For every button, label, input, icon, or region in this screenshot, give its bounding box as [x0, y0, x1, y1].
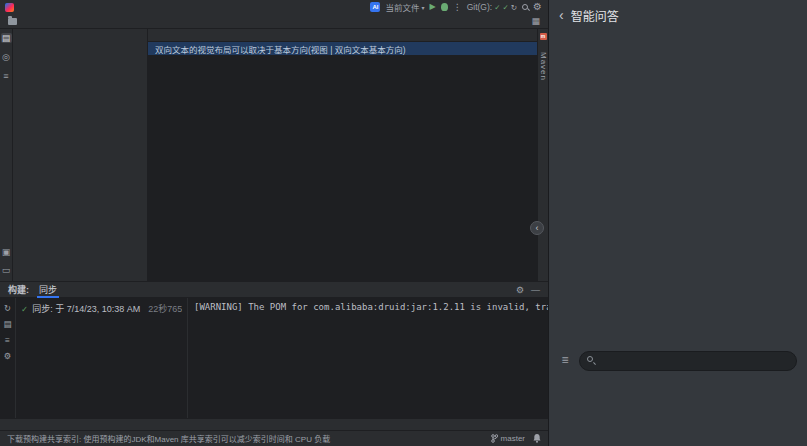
branch-name: master	[501, 434, 525, 443]
collapse-panel-button[interactable]: ‹	[530, 221, 544, 235]
run-configuration-label: 当前文件	[385, 1, 419, 13]
editor-tabs	[148, 29, 537, 42]
minimize-panel-icon[interactable]: —	[531, 285, 540, 295]
status-bar: 下载预构建共享索引: 使用预构建的JDK和Maven 库共享索引可以减少索引时间…	[0, 430, 548, 446]
build-filter-icon[interactable]: ⚙	[4, 351, 12, 361]
branch-icon	[491, 434, 498, 443]
search-everywhere-icon[interactable]	[522, 4, 528, 10]
layout-icon[interactable]: ▦	[531, 16, 540, 26]
statusbar-message-area: 下载预构建共享索引: 使用预构建的JDK和Maven 库共享索引可以减少索引时间…	[7, 433, 475, 444]
git-commit-icon[interactable]: ✓	[502, 3, 508, 12]
banner-text: 双向文本的视觉布局可以取决于基本方向(视图 | 双向文本基本方向)	[155, 43, 406, 55]
menu-bar: AI 当前文件 ▾ ▶ ⋮ Git(G): ✓ ✓ ↻ ⚙	[0, 0, 548, 14]
terminal-stripe-icon[interactable]: ▭	[1, 265, 12, 275]
menu-burger-icon[interactable]: ≡	[557, 353, 573, 367]
project-tree-panel	[13, 29, 148, 281]
notifications-bell-icon[interactable]	[533, 434, 541, 443]
build-header: 构建: 同步 ⚙ —	[0, 282, 548, 298]
git-update-icon[interactable]: ✓	[494, 3, 500, 12]
search-input[interactable]	[579, 351, 797, 371]
build-stripe-icon[interactable]: ▣	[1, 247, 12, 257]
search-icon	[587, 356, 593, 362]
build-body: ↻ ▤ ≡ ⚙ ✓ 同步: 于 7/14/23, 10:38 AM 22秒765…	[0, 298, 548, 418]
build-toolwindow: 构建: 同步 ⚙ — ↻ ▤ ≡ ⚙ ✓ 同步: 于 7/14/23, 10	[0, 281, 548, 418]
build-header-icons: ⚙ —	[516, 285, 540, 295]
search-input-wrap	[579, 350, 797, 371]
assistant-header: ‹ 智能问答	[549, 0, 807, 30]
ide-main: ▤ ◎ ≡ ▣ ▭ 双向文本的视觉布局可以取决于基本方向(视图 | 双向文本基本…	[0, 29, 548, 281]
build-log-line: [WARNING] The POM for com.alibaba:druid:…	[194, 302, 548, 312]
sync-status-text: 同步: 于 7/14/23, 10:38 AM	[32, 302, 140, 315]
project-folder-icon	[8, 18, 17, 25]
shared-indexes-message: 下载预构建共享索引: 使用预构建的JDK和Maven 库共享索引可以减少索引时间…	[7, 433, 330, 444]
stripe-bottom-icons: ▣ ▭	[1, 247, 12, 275]
git-branch-widget[interactable]: master	[491, 434, 525, 443]
run-button[interactable]: ▶	[429, 2, 435, 12]
assistant-plugin-icon[interactable]: AI	[370, 2, 380, 12]
app-logo-icon	[5, 3, 14, 12]
navigation-bar: ▦	[0, 14, 548, 29]
feature-button-grid	[549, 30, 807, 46]
assistant-title: 智能问答	[571, 7, 619, 24]
debug-button[interactable]	[441, 3, 448, 11]
back-chevron-icon[interactable]: ‹	[559, 8, 564, 22]
chevron-down-icon: ▾	[421, 4, 424, 11]
code-editor[interactable]	[148, 55, 537, 281]
assistant-panel: ‹ 智能问答 ≡	[548, 0, 807, 446]
build-tab-sync[interactable]: 同步	[37, 282, 59, 298]
build-title: 构建:	[8, 283, 29, 296]
ide-window: AI 当前文件 ▾ ▶ ⋮ Git(G): ✓ ✓ ↻ ⚙	[0, 0, 548, 446]
success-check-icon: ✓	[21, 304, 28, 314]
screen: AI 当前文件 ▾ ▶ ⋮ Git(G): ✓ ✓ ↻ ⚙	[0, 0, 807, 446]
run-configuration-select[interactable]: 当前文件 ▾	[385, 1, 424, 13]
expand-all-icon[interactable]: ▤	[3, 319, 11, 329]
sync-result-row[interactable]: ✓ 同步: 于 7/14/23, 10:38 AM 22秒765毫秒	[21, 302, 182, 315]
build-toolbar: ↻ ▤ ≡ ⚙	[0, 298, 16, 418]
commit-toolwindow-icon[interactable]: ◎	[1, 52, 12, 62]
left-toolwindow-stripe: ▤ ◎ ≡ ▣ ▭	[0, 29, 13, 281]
settings-gear-icon[interactable]: ⚙	[533, 2, 542, 12]
project-toolwindow-icon[interactable]: ▤	[1, 33, 12, 43]
git-widget[interactable]: Git(G): ✓ ✓ ↻	[467, 2, 517, 12]
build-sync-tree: ✓ 同步: 于 7/14/23, 10:38 AM 22秒765毫秒	[16, 298, 188, 418]
maven-toolwindow-label[interactable]: Maven	[539, 52, 548, 81]
collapse-all-icon[interactable]: ≡	[5, 335, 10, 345]
statusbar-widgets: master	[483, 434, 541, 443]
build-log[interactable]: [WARNING] The POM for com.alibaba:druid:…	[188, 298, 548, 418]
assistant-search-row: ≡	[557, 350, 797, 371]
right-toolwindow-stripe: m Maven ‹	[537, 29, 548, 281]
navbar-right: ▦	[531, 16, 540, 26]
toolbar-right: AI 当前文件 ▾ ▶ ⋮ Git(G): ✓ ✓ ↻ ⚙	[370, 0, 545, 14]
git-refresh-icon[interactable]: ↻	[511, 3, 517, 12]
structure-toolwindow-icon[interactable]: ≡	[1, 71, 12, 81]
editor-area: 双向文本的视觉布局可以取决于基本方向(视图 | 双向文本基本方向)	[148, 29, 537, 281]
git-label: Git(G):	[467, 2, 493, 12]
more-actions-icon[interactable]: ⋮	[453, 2, 462, 12]
bidi-text-banner: 双向文本的视觉布局可以取决于基本方向(视图 | 双向文本基本方向)	[148, 42, 537, 55]
build-settings-gear-icon[interactable]: ⚙	[516, 285, 524, 295]
rerun-sync-icon[interactable]: ↻	[4, 303, 11, 313]
toolwindow-bar	[0, 418, 548, 430]
maven-icon[interactable]: m	[540, 33, 547, 40]
sync-duration: 22秒765毫秒	[144, 302, 182, 315]
